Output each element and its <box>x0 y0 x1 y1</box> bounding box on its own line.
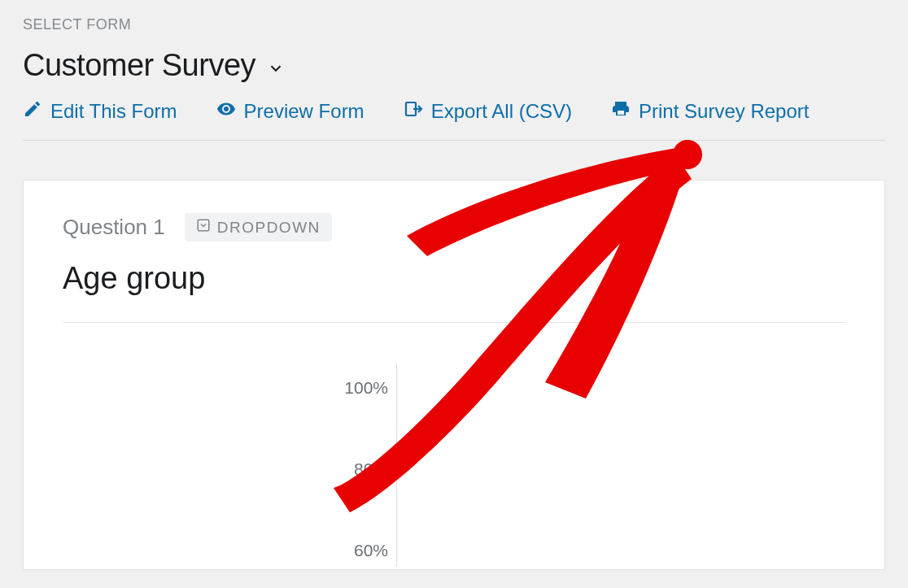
export-icon <box>404 99 423 124</box>
export-csv-label: Export All (CSV) <box>431 100 572 123</box>
svg-rect-2 <box>198 220 209 231</box>
form-title: Customer Survey <box>23 48 255 83</box>
question-type-badge-text: DROPDOWN <box>217 219 321 237</box>
question-number-label: Question 1 <box>63 215 165 240</box>
preview-form-label: Preview Form <box>244 100 365 123</box>
chart-area: 100% 80% 60% <box>63 364 845 567</box>
question-title: Age group <box>63 261 845 296</box>
print-report-label: Print Survey Report <box>639 100 809 123</box>
action-bar: Edit This Form Preview Form Export All (… <box>23 99 885 141</box>
y-tick-label: 80% <box>323 460 388 479</box>
y-tick-label: 100% <box>323 378 388 398</box>
edit-form-link[interactable]: Edit This Form <box>23 99 177 124</box>
question-card: Question 1 DROPDOWN Age group 100% 80% 6… <box>23 180 885 570</box>
chevron-down-icon[interactable] <box>267 59 285 77</box>
print-icon <box>611 99 631 124</box>
dropdown-icon <box>196 218 211 237</box>
select-form-label: SELECT FORM <box>23 16 885 33</box>
divider <box>63 322 845 323</box>
export-csv-link[interactable]: Export All (CSV) <box>404 99 572 124</box>
preview-form-link[interactable]: Preview Form <box>216 99 365 124</box>
edit-form-label: Edit This Form <box>50 100 177 123</box>
eye-icon <box>216 99 236 124</box>
y-axis-line <box>396 364 397 567</box>
pencil-icon <box>23 99 42 124</box>
svg-point-3 <box>673 140 702 169</box>
form-selector[interactable]: Customer Survey <box>23 48 885 83</box>
print-report-link[interactable]: Print Survey Report <box>611 99 809 124</box>
question-type-badge: DROPDOWN <box>185 213 332 242</box>
y-tick-label: 60% <box>323 541 388 560</box>
